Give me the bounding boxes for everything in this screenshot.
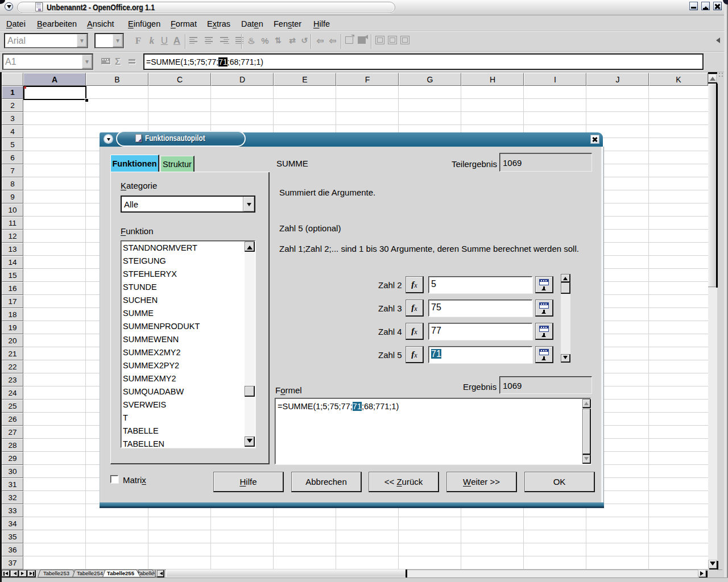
svg-text:Funktionsautopilot: Funktionsautopilot: [145, 134, 205, 143]
svg-text:Unbenannt2 - OpenOffice.org 1.: Unbenannt2 - OpenOffice.org 1.1: [47, 3, 155, 12]
svg-text:Tabelle253: Tabelle253: [43, 570, 69, 576]
svg-text:Tabelle255: Tabelle255: [107, 570, 135, 576]
svg-text:Tabelle254: Tabelle254: [77, 570, 103, 576]
